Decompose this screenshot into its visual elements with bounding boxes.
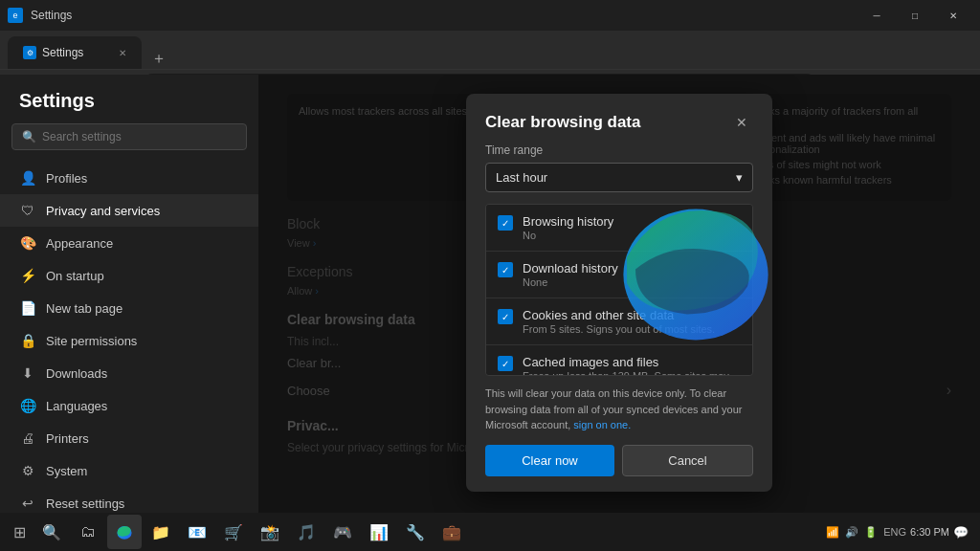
checkboxes-area: ✓ Browsing history No ✓: [485, 204, 753, 376]
taskbar-search[interactable]: 🔍: [34, 515, 69, 549]
search-input[interactable]: [42, 130, 236, 143]
sidebar-item-printers[interactable]: 🖨 Printers: [0, 422, 258, 454]
cancel-button[interactable]: Cancel: [622, 445, 753, 476]
taskbar-time-value: 6:30 PM: [910, 526, 949, 538]
sidebar-item-site-permissions[interactable]: 🔒 Site permissions: [0, 324, 258, 357]
taskbar-lang[interactable]: ENG: [883, 526, 906, 538]
privacy-icon: 🛡: [19, 202, 36, 219]
clear-now-button[interactable]: Clear now: [485, 445, 614, 476]
sidebar-item-downloads-label: Downloads: [46, 366, 107, 381]
download-history-label: Download history: [523, 261, 618, 276]
cached-sub: Frees up less than 139 MB. Some sites ma…: [523, 370, 741, 376]
checkbox-download-history-box[interactable]: ✓: [498, 262, 513, 277]
checkmark-icon: ✓: [501, 312, 509, 322]
sidebar-item-languages[interactable]: 🌐 Languages: [0, 389, 258, 422]
window-controls: ─ □ ✕: [858, 0, 972, 31]
taskbar-right: 📶 🔊 🔋 ENG 6:30 PM 💬: [826, 525, 976, 540]
taskbar-extra1[interactable]: 📊: [362, 515, 396, 549]
taskbar-extra2[interactable]: 🔧: [398, 515, 433, 549]
sidebar-item-on-startup[interactable]: ⚡ On startup: [0, 259, 258, 292]
start-button[interactable]: ⊞: [4, 517, 34, 547]
browser-icon: e: [8, 8, 23, 23]
sidebar-item-system[interactable]: ⚙ System: [0, 454, 258, 487]
maximize-button[interactable]: □: [896, 0, 934, 31]
dialog-overlay: Clear browsing data ✕ Time range Last ho…: [258, 75, 980, 551]
taskbar-clock[interactable]: 6:30 PM: [910, 526, 949, 538]
browsing-history-label: Browsing history: [523, 214, 613, 229]
sidebar-item-new-tab[interactable]: 📄 New tab page: [0, 292, 258, 324]
tab-bar: ⚙ Settings ✕ ＋: [0, 31, 980, 69]
sidebar-item-profiles[interactable]: 👤 Profiles: [0, 162, 258, 194]
checkbox-cookies-box[interactable]: ✓: [498, 309, 513, 324]
taskbar-mail[interactable]: 📧: [180, 515, 214, 549]
taskbar-edge[interactable]: [107, 515, 142, 549]
sidebar: Settings 🔍 👤 Profiles 🛡 Privacy and serv…: [0, 75, 258, 551]
download-history-sub: None: [523, 276, 618, 288]
sidebar-title: Settings: [0, 90, 258, 123]
startup-icon: ⚡: [19, 267, 36, 284]
sidebar-item-profiles-label: Profiles: [46, 171, 87, 186]
checkbox-cached-content: Cached images and files Frees up less th…: [523, 355, 741, 376]
sidebar-item-downloads[interactable]: ⬇ Downloads: [0, 357, 258, 389]
content-area: Allows most trackers across all sites Bl…: [258, 75, 980, 551]
window-title: Settings: [31, 9, 850, 22]
search-box[interactable]: 🔍: [11, 123, 247, 150]
new-tab-button[interactable]: ＋: [144, 49, 174, 69]
taskbar-system-icons: 📶 🔊 🔋 ENG: [826, 526, 906, 539]
checkbox-download-history-content: Download history None: [523, 261, 618, 288]
dialog-header: Clear browsing data ✕: [466, 94, 772, 143]
checkbox-browsing-history-content: Browsing history No: [523, 214, 613, 241]
sidebar-item-system-label: System: [46, 464, 87, 478]
cached-label: Cached images and files: [523, 355, 741, 369]
active-tab[interactable]: ⚙ Settings ✕: [8, 36, 142, 69]
close-button[interactable]: ✕: [934, 0, 972, 31]
taskbar-battery-icon[interactable]: 🔋: [864, 526, 878, 539]
sidebar-item-languages-label: Languages: [46, 399, 107, 413]
sidebar-item-reset-label: Reset settings: [46, 496, 124, 511]
printers-icon: 🖨: [19, 430, 36, 447]
languages-icon: 🌐: [19, 397, 36, 414]
checkbox-browsing-history-box[interactable]: ✓: [498, 215, 513, 231]
checkbox-browsing-history: ✓ Browsing history No: [486, 205, 752, 252]
sidebar-item-site-permissions-label: Site permissions: [46, 334, 137, 348]
taskbar-network-icon[interactable]: 📶: [826, 526, 839, 539]
search-icon: 🔍: [22, 130, 36, 143]
time-range-dropdown-icon: ▾: [736, 170, 743, 185]
sidebar-item-privacy-label: Privacy and services: [46, 204, 160, 218]
sidebar-item-printers-label: Printers: [46, 431, 89, 446]
taskbar-extra3[interactable]: 💼: [434, 515, 469, 549]
dialog-actions: Clear now Cancel: [485, 445, 753, 476]
browser-chrome: e Settings ─ □ ✕ ⚙ Settings ✕ ＋ ← → ↺ ⌂ …: [0, 0, 980, 75]
taskbar-xbox[interactable]: 🎮: [325, 515, 360, 549]
checkbox-cached-box[interactable]: ✓: [498, 356, 513, 371]
taskbar-music[interactable]: 🎵: [289, 515, 323, 549]
sidebar-item-privacy[interactable]: 🛡 Privacy and services: [0, 194, 258, 227]
time-range-select[interactable]: Last hour ▾: [485, 163, 753, 192]
footer-link[interactable]: sign on one.: [573, 419, 631, 430]
new-tab-icon: 📄: [19, 299, 36, 317]
taskbar-volume-icon[interactable]: 🔊: [845, 526, 858, 539]
checkbox-cookies: ✓ Cookies and other site data From 5 sit…: [486, 298, 752, 345]
tab-title: Settings: [42, 46, 83, 59]
profiles-icon: 👤: [19, 169, 36, 187]
dialog-close-button[interactable]: ✕: [730, 111, 753, 134]
cookies-label: Cookies and other site data: [523, 308, 715, 322]
tab-favicon: ⚙: [23, 46, 36, 59]
taskbar-store[interactable]: 🛒: [216, 515, 251, 549]
taskbar-icons: 🔍 🗂 📁 📧 🛒 📸 🎵 🎮 📊 🔧 💼: [34, 515, 826, 549]
clear-browsing-data-dialog: Clear browsing data ✕ Time range Last ho…: [466, 94, 772, 492]
main-area: Settings 🔍 👤 Profiles 🛡 Privacy and serv…: [0, 75, 980, 551]
notification-icon[interactable]: 💬: [953, 525, 969, 540]
checkmark-icon: ✓: [501, 218, 509, 229]
sidebar-item-appearance[interactable]: 🎨 Appearance: [0, 227, 258, 259]
tab-close-button[interactable]: ✕: [119, 48, 126, 58]
minimize-button[interactable]: ─: [858, 0, 896, 31]
sidebar-item-on-startup-label: On startup: [46, 269, 104, 283]
taskbar-task-view[interactable]: 🗂: [71, 515, 105, 549]
browsing-history-sub: No: [523, 230, 613, 241]
site-permissions-icon: 🔒: [19, 332, 36, 349]
taskbar-photos[interactable]: 📸: [253, 515, 287, 549]
time-range-label: Time range: [485, 143, 753, 157]
title-bar: e Settings ─ □ ✕: [0, 0, 980, 31]
taskbar-file-explorer[interactable]: 📁: [144, 515, 178, 549]
